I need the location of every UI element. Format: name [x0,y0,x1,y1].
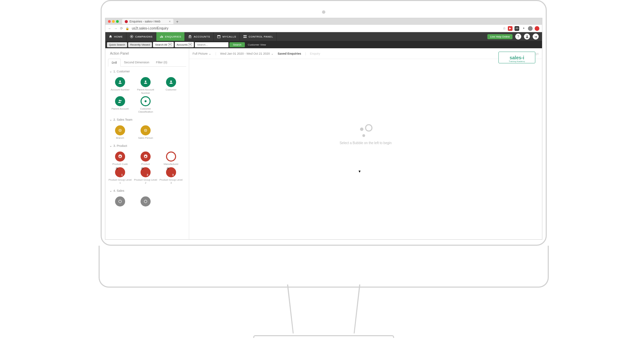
empty-state: Select a Bubble on the left to begin [339,124,391,144]
svg-rect-2 [160,37,161,38]
bubble-label: Product Code [112,163,128,166]
search-scope-select[interactable]: Search All▾ [153,42,173,47]
bubble-sales-2[interactable] [133,196,158,207]
minimize-window-icon[interactable] [112,20,115,23]
chevron-down-icon: ▾ [189,43,192,46]
tab-filter[interactable]: Filter (0) [153,59,171,66]
help-button[interactable]: ? [515,34,521,40]
bubble-parent-account[interactable]: Parent Account [108,96,132,114]
profile-icon[interactable] [528,26,533,31]
nav-campaigns[interactable]: CAMPAIGNS [126,32,156,41]
search-toolbar: Quick Search Recently Viewed Search All▾… [105,41,542,48]
action-panel: Action Panel Drill Second Dimension Filt… [105,48,189,239]
quick-search-button[interactable]: Quick Search [107,42,127,47]
bubble-branch[interactable]: Branch [108,125,132,140]
forward-button[interactable]: → [114,26,117,30]
person-icon [115,77,125,87]
window-controls[interactable] [108,20,119,23]
bubble-sales-person[interactable]: Sales Person [133,125,158,140]
bubble-label: Product Group Level 1 [108,178,132,185]
bubble-manufacturer[interactable]: Manufacturer [159,152,183,166]
bubble-product-code[interactable]: Product Code [108,152,132,166]
bubble-account-number[interactable]: Account Number [108,77,132,95]
user-button[interactable] [524,34,530,40]
close-tab-icon[interactable]: × [169,20,170,23]
monitor-chin [99,246,549,288]
url-field[interactable]: us2t.sales-i.com/Enquiry [132,26,500,30]
bubble-label: Product Group Level 3 [159,178,183,185]
coin-icon [115,196,125,206]
new-tab-button[interactable]: + [176,19,179,24]
svg-rect-7 [244,35,245,36]
bubble-sales-1[interactable] [108,196,132,207]
nav-accounts[interactable]: ACCOUNTS [185,32,214,41]
svg-rect-4 [162,36,163,38]
section-sales-team[interactable]: 2. Sales Team [108,115,186,124]
saved-enquiries-link[interactable]: Saved Enquiries [278,52,301,55]
toolbar-label: Full Picture [193,52,208,55]
logo-text: sales-i [509,55,524,60]
search-input[interactable] [195,42,228,47]
tab-second-dimension[interactable]: Second Dimension [121,59,153,66]
extensions-menu-icon[interactable]: ✦ [521,26,526,31]
search-type-select[interactable]: Accounts▾ [175,42,194,47]
bubble-customer[interactable]: Customer [159,77,183,95]
nav-label: HOME [114,35,123,38]
bubble-label: Customer [166,88,177,92]
section-customer[interactable]: 1. Customer [108,67,186,76]
browser-tab[interactable]: Enquiries - sales-i Web × [122,19,173,24]
tab-drill[interactable]: Drill [108,59,121,67]
maximize-window-icon[interactable] [116,20,119,23]
select-label: Accounts [177,43,188,46]
svg-point-16 [120,100,122,101]
customer-view-link[interactable]: Customer View [246,43,268,46]
svg-point-19 [120,130,120,131]
bubble-customer-classification[interactable]: Customer Classification [133,96,158,114]
search-button[interactable]: Search [229,42,245,47]
svg-point-14 [170,80,172,82]
svg-point-15 [119,100,120,101]
svg-point-21 [145,130,146,131]
coin-icon [141,196,151,206]
browser-tab-strip: Enquiries - sales-i Web × + [105,18,542,25]
date-range-picker[interactable]: Wed Jan 01 2020 - Wed Oct 21 2020 ⌄ [220,52,273,55]
address-bar: ← → ⟳ 🔒 us2t.sales-i.com/Enquiry ☆ ▶ 20 … [105,25,542,32]
panel-tabs: Drill Second Dimension Filter (0) [108,59,186,67]
favicon-icon [125,20,128,23]
bubble-parent-account-number[interactable]: Parent Account Number [133,77,158,95]
chevron-down-icon: ⌄ [271,52,274,55]
svg-point-13 [145,80,147,82]
bubble-label: Product [141,163,150,166]
nav-control-panel[interactable]: CONTROL PANEL [240,32,277,41]
extension-icon[interactable] [535,26,539,31]
full-picture-dropdown[interactable]: Full Picture ⌄ [193,52,211,55]
section-sales[interactable]: 4. Sales [108,186,186,195]
nav-enquiries[interactable]: ENQUIRIES [156,32,185,41]
bubble-product[interactable]: Product [133,152,158,166]
person-icon [141,77,151,87]
extension-icon[interactable]: ▶ [508,26,513,31]
nav-home[interactable]: HOME [105,32,126,41]
bubble-label: Sales Person [138,136,153,140]
star-icon[interactable]: ☆ [503,26,506,30]
nav-label: ENQUIRIES [165,35,181,38]
extension-icon[interactable]: 20 [515,26,519,31]
close-window-icon[interactable] [108,20,111,23]
logout-button[interactable]: ➜ [533,34,539,40]
recently-viewed-button[interactable]: Recently Viewed [128,42,152,47]
bubble-product-group-2[interactable]: 2Product Group Level 2 [133,167,158,185]
bubble-product-group-1[interactable]: 1Product Group Level 1 [108,167,132,185]
section-product[interactable]: 3. Product [108,141,186,150]
nav-mycalls[interactable]: MYCALLS [214,32,240,41]
svg-point-17 [145,100,147,102]
target-icon [130,35,133,39]
reload-button[interactable]: ⟳ [120,26,123,30]
medal-icon [115,125,125,135]
nav-label: CONTROL PANEL [249,35,273,38]
bubble-product-group-3[interactable]: 3Product Group Level 3 [159,167,183,185]
nav-label: MYCALLS [222,35,236,38]
panel-title: Action Panel [105,48,189,59]
back-button[interactable]: ← [108,26,111,30]
live-help-button[interactable]: Live Help Online [487,34,513,39]
empty-state-text: Select a Bubble on the left to begin [339,141,391,144]
